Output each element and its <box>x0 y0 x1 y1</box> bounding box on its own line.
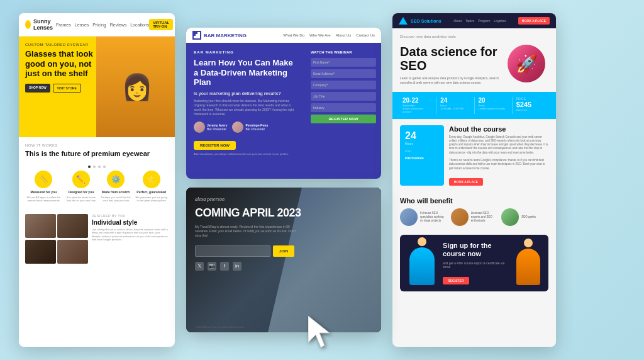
s1-individual-text: DESIGNED BY YOU Individual style Like a … <box>92 214 169 264</box>
middle-column: BAR MARKETING What We Do Who We Are Abou… <box>186 28 381 332</box>
s4-about-hours: 24 <box>405 130 439 142</box>
s1-ind-img-3 <box>25 240 56 264</box>
s4-nav-program[interactable]: Program <box>478 19 490 23</box>
s4-discover-text: Discover new data analytics tools <box>392 28 556 42</box>
s2-nav-what[interactable]: What We Do <box>283 33 304 37</box>
s1-nav-lenses[interactable]: Lenses <box>75 23 89 27</box>
s3-twitter-icon[interactable]: 𝕏 <box>195 262 204 271</box>
s3-blog-desc: My Travel Blog is almost ready. Review o… <box>195 225 296 238</box>
s4-person-orange-head <box>524 239 533 247</box>
s4-who-card-2: Licensed SEO experts and SEO enthusiasts <box>451 208 498 226</box>
s1-dot-2 <box>93 166 96 168</box>
s2-presenter-1-info: Jeremy Avery Bar Presenter <box>207 123 227 131</box>
s4-figure-blue-person <box>406 241 438 285</box>
s4-who-label-2: Licensed SEO experts and SEO enthusiasts <box>471 211 498 223</box>
s2-content: BAR MARKETING Learn How You Can Make a D… <box>186 43 381 177</box>
s4-book-course-button[interactable]: BOOK A PLACE <box>449 178 483 186</box>
s4-nav-logistics[interactable]: Logistics <box>494 19 506 23</box>
s2-avatar-2 <box>232 121 243 133</box>
svg-marker-4 <box>399 17 408 25</box>
s4-who-card-1: In-house SEO specialists working on larg… <box>400 208 447 226</box>
s1-steps-row: 📏 Measured for you We use AR apps to col… <box>25 171 169 202</box>
s2-field-firstname[interactable]: First Name* <box>311 58 376 67</box>
s3-email-input[interactable] <box>195 245 270 257</box>
s4-about-hours-label: Hours <box>405 142 439 145</box>
s2-tag: BAR MARKETING <box>194 50 298 54</box>
s4-person-blue-body <box>409 247 435 285</box>
s2-avatar-1 <box>194 121 205 133</box>
s3-instagram-icon[interactable]: 📷 <box>208 262 216 271</box>
s2-field-jobtitle[interactable]: Job Title <box>311 92 376 101</box>
s1-nav-frames[interactable]: Frames <box>56 23 71 27</box>
s2-presenter-2-info: Penelope Pena Bar Presenter <box>245 123 268 131</box>
s1-logo: ☀️ Sunny Lenses <box>25 18 56 31</box>
s3-author: alexa peterson <box>195 196 372 202</box>
s2-navbar: BAR MARKETING What We Do Who We Are Abou… <box>186 28 381 43</box>
s4-who-section: Who will benefit In-house SEO specialist… <box>392 192 556 231</box>
s1-nav-pricing[interactable]: Pricing <box>92 23 106 27</box>
s1-individual-desc: Like a bespoke suit or custom shoes, bes… <box>92 228 169 242</box>
s3-join-button[interactable]: JOIN <box>273 245 294 257</box>
s4-brand-name: SEO Solutions <box>411 19 441 23</box>
s1-step-2-label: Designed for you <box>68 190 94 194</box>
s1-step-3-desc: Perhaps you could find the ones that sui… <box>100 196 132 202</box>
s2-field-company[interactable]: Company* <box>311 81 376 89</box>
s1-logo-icon: ☀️ <box>25 20 31 29</box>
s2-presenters: Jeremy Avery Bar Presenter Penelope Pena… <box>194 121 298 133</box>
s2-register-button[interactable]: REGISTER NOW <box>194 141 236 150</box>
s4-nav-topics[interactable]: Topics <box>465 19 474 23</box>
s2-presenter-1: Jeremy Avery Bar Presenter <box>194 121 227 133</box>
s4-signup-figure-right <box>514 241 542 285</box>
s2-nav-about[interactable]: About Us <box>336 33 352 37</box>
s2-subtitle: Is your marketing plan delivering result… <box>194 91 298 96</box>
s1-nav-cta[interactable]: VIRTUAL TRY-ON <box>149 19 173 30</box>
s2-nav-contact[interactable]: Contact Us <box>356 33 375 37</box>
s3-facebook-icon[interactable]: f <box>220 262 229 271</box>
s4-book-nav-button[interactable]: BOOK A PLACE <box>518 17 550 25</box>
s2-title: Learn How You Can Make a Data-Driven Mar… <box>194 58 298 87</box>
s2-presenter-2-name: Penelope Pena <box>245 123 268 127</box>
s4-signup-button[interactable]: REGISTER <box>443 277 469 284</box>
s4-seats-value: 20 <box>479 97 508 104</box>
s1-step-4-desc: We guarantee you are going to feel great… <box>134 196 169 202</box>
s1-step-4: ⭐ Perfect, guaranteed We guarantee you a… <box>134 171 169 202</box>
s1-step-3-label: Made from scratch <box>102 190 130 194</box>
s1-nav-links: Frames Lenses Pricing Reviews Locations <box>56 23 149 27</box>
s4-about-desc: Every day, Google Analytics, Google Sear… <box>449 135 548 155</box>
s4-dates-value: 20-22 <box>402 97 432 104</box>
s4-who-avatar-2 <box>451 208 469 226</box>
s3-blog-title: COMING APRIL 2023 <box>195 207 372 220</box>
s4-who-card-3: SEO geeks <box>501 208 548 226</box>
s4-nav-about[interactable]: About <box>453 19 462 23</box>
s4-about-level-container: Level Intermediate <box>405 149 439 160</box>
s2-left-panel: BAR MARKETING Learn How You Can Make a D… <box>186 43 306 177</box>
s4-navbar: SEO Solutions About Topics Program Logis… <box>392 13 556 28</box>
s3-content: alexa peterson COMING APRIL 2023 My Trav… <box>186 188 381 279</box>
s1-step-dots <box>25 163 169 171</box>
s4-signup-section: Sign up for the course now and get a PDF… <box>400 235 548 291</box>
s4-signup-figure-left <box>406 241 438 285</box>
screenshot-blog: alexa peterson COMING APRIL 2023 My Trav… <box>186 188 381 332</box>
s2-field-email[interactable]: Email Address* <box>311 69 376 78</box>
s2-presenter-2-title: Bar Presenter <box>245 127 268 131</box>
s2-submit-button[interactable]: REGISTER NOW <box>311 115 376 123</box>
s1-individual-images <box>25 214 88 264</box>
s2-nav-who[interactable]: Who We Are <box>309 33 331 37</box>
s2-presenter-1-name: Jeremy Avery <box>207 123 227 127</box>
s4-level-label: Level <box>405 149 439 152</box>
s1-shop-button[interactable]: SHOP NOW <box>25 84 50 93</box>
s1-ind-img-1 <box>25 214 56 238</box>
s1-nav-reviews[interactable]: Reviews <box>110 23 126 27</box>
s3-linkedin-icon[interactable]: in <box>233 262 242 271</box>
s2-field-industry[interactable]: Industry <box>311 103 376 112</box>
s4-price-sub: Due price <box>516 108 546 111</box>
s1-hero-title: Glasses that look good on you, not just … <box>25 49 94 79</box>
s2-small-text: After this webinar, you will get notific… <box>194 152 298 155</box>
s4-hero-desc: Learn to gather and analyse data product… <box>400 76 502 85</box>
s1-hero-label: CUSTOM-TAILORED EYEWEAR <box>25 43 169 47</box>
s4-stats-bar: 20-22 September 3 days of intensive prac… <box>392 92 556 119</box>
s1-nav-locations[interactable]: Locations <box>130 23 149 27</box>
s1-virtual-button[interactable]: VISIT STORE <box>53 84 81 93</box>
s4-logo-icon <box>399 17 409 25</box>
s1-ind-img-2 <box>57 214 88 238</box>
